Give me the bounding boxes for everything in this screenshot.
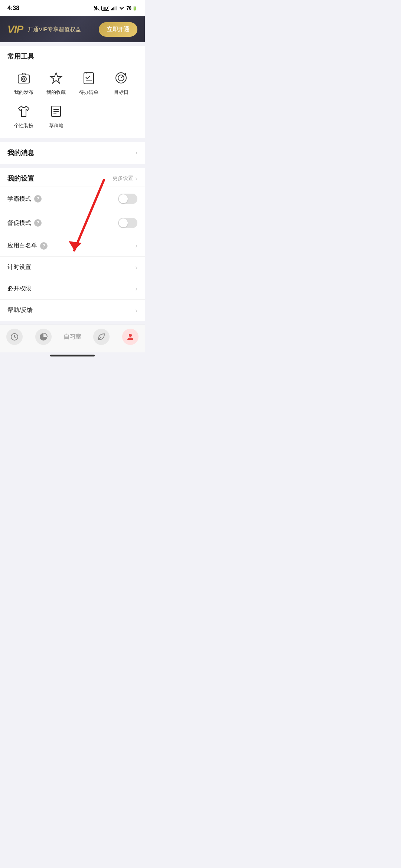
common-tools-section: 常用工具 我的发布 我的收藏 [0,46,145,138]
svg-point-8 [23,78,25,80]
battery-percent: 78 [127,6,131,11]
scholar-mode-row: 学霸模式 ? [0,187,145,211]
scholar-mode-left: 学霸模式 ? [7,195,42,203]
scholar-mode-toggle[interactable] [118,194,137,204]
shirt-icon [16,103,32,119]
status-bar: 4:38 HD 78 🔋 [0,0,145,16]
svg-marker-9 [50,73,62,83]
timer-settings-label: 计时设置 [7,263,31,271]
app-whitelist-chevron: › [136,243,137,249]
svg-point-7 [21,76,26,82]
svg-point-24 [129,334,132,337]
timer-settings-row[interactable]: 计时设置 › [0,256,145,278]
vip-logo: VIP [7,23,23,35]
app-whitelist-help-icon[interactable]: ? [40,242,48,250]
more-settings-label: 更多设置 [113,175,133,182]
nav-item-study-room[interactable]: 自习室 [58,333,87,341]
vip-activate-button[interactable]: 立即开通 [99,22,137,37]
help-feedback-row[interactable]: 帮助/反馈 › [0,299,145,321]
urge-mode-help-icon[interactable]: ? [34,219,42,227]
nav-item-stats[interactable] [29,329,58,345]
svg-rect-4 [114,6,115,10]
svg-rect-2 [112,8,113,10]
home-indicator [50,355,95,356]
app-whitelist-label: 应用白名单 [7,242,37,250]
help-feedback-left: 帮助/反馈 [7,306,33,314]
svg-rect-10 [84,73,94,84]
required-permissions-label: 必开权限 [7,285,31,293]
target-icon [113,70,129,86]
required-permissions-left: 必开权限 [7,285,31,293]
help-feedback-chevron: › [136,307,137,314]
star-icon [48,70,64,86]
nav-person-icon [122,329,138,345]
battery-icon: 🔋 [132,6,137,11]
tool-my-favorites[interactable]: 我的收藏 [40,67,73,99]
more-settings-chevron: › [136,175,137,182]
tool-goal-day-label: 目标日 [114,89,128,96]
urge-mode-left: 督促模式 ? [7,219,42,227]
urge-mode-toggle[interactable] [118,218,137,228]
urge-mode-row: 督促模式 ? [0,211,145,235]
tool-my-publish[interactable]: 我的发布 [7,67,40,99]
drafts-icon [48,103,64,119]
tools-grid-row1: 我的发布 我的收藏 待办清单 [7,67,137,99]
tool-outfit-label: 个性装扮 [14,122,33,129]
nav-clock-icon [6,329,23,345]
muted-icon [94,6,100,11]
study-room-label[interactable]: 自习室 [63,333,81,341]
app-whitelist-row[interactable]: 应用白名单 ? › [0,235,145,256]
my-messages-title: 我的消息 [7,148,34,157]
svg-rect-5 [115,6,116,10]
tool-drafts[interactable]: 草稿箱 [40,100,73,132]
scholar-mode-label: 学霸模式 [7,195,31,203]
nav-pie-icon [35,329,52,345]
battery-indicator: 78 🔋 [127,6,137,11]
tool-my-publish-label: 我的发布 [14,89,33,96]
nav-leaf-icon [93,329,110,345]
my-messages-chevron: › [136,149,137,156]
status-icons: HD 78 🔋 [94,6,137,11]
tools-grid-row2: 个性装扮 草稿箱 [7,100,137,132]
wifi-icon [119,6,125,11]
tool-my-favorites-label: 我的收藏 [46,89,66,96]
bottom-navigation: 自习室 [0,325,145,352]
vip-description: 开通VIP专享超值权益 [27,26,81,33]
nav-item-timer[interactable] [0,329,29,345]
app-whitelist-left: 应用白名单 ? [7,242,48,250]
svg-rect-1 [111,9,112,10]
common-tools-title: 常用工具 [7,52,137,61]
settings-header: 我的设置 更多设置 › [0,168,145,187]
scholar-mode-help-icon[interactable]: ? [34,195,42,203]
tool-outfit[interactable]: 个性装扮 [7,100,40,132]
settings-title: 我的设置 [7,174,34,183]
tool-drafts-label: 草稿箱 [49,122,63,129]
required-permissions-chevron: › [136,286,137,292]
help-feedback-label: 帮助/反馈 [7,306,33,314]
my-messages-right: › [136,149,137,156]
checklist-icon [81,70,97,86]
required-permissions-row[interactable]: 必开权限 › [0,278,145,299]
vip-banner: VIP 开通VIP专享超值权益 立即开通 [0,16,145,42]
hd-badge: HD [101,6,109,11]
timer-settings-chevron: › [136,264,137,271]
svg-rect-3 [113,7,114,10]
vip-banner-left: VIP 开通VIP专享超值权益 [7,23,81,35]
nav-item-explore[interactable] [87,329,116,345]
my-messages-row[interactable]: 我的消息 › [0,142,145,164]
settings-section: 我的设置 更多设置 › 学霸模式 ? 督促模式 ? 应用白名单 ? › 计时设置 [0,168,145,321]
camera-icon [16,70,32,86]
tool-goal-day[interactable]: 目标日 [105,67,138,99]
more-settings-button[interactable]: 更多设置 › [113,175,137,182]
nav-item-profile[interactable] [116,329,145,345]
status-time: 4:38 [7,5,19,11]
timer-settings-left: 计时设置 [7,263,31,271]
tool-todo-list[interactable]: 待办清单 [72,67,105,99]
signal-icon [111,6,117,11]
urge-mode-label: 督促模式 [7,219,31,227]
tool-todo-list-label: 待办清单 [79,89,98,96]
